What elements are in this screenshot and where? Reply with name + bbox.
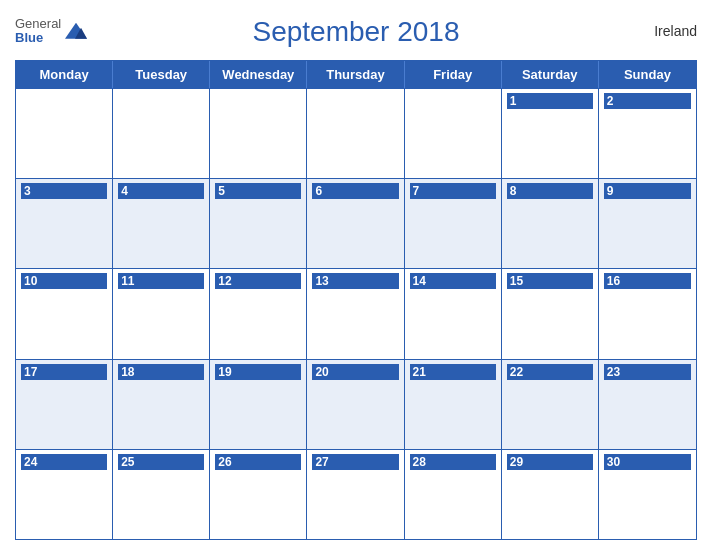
day-cell: 22 — [502, 360, 599, 449]
calendar-weeks: 1234567891011121314151617181920212223242… — [16, 88, 696, 539]
logo-general: General — [15, 17, 61, 31]
day-number: 7 — [410, 183, 496, 199]
day-cell: 12 — [210, 269, 307, 358]
day-cell: 16 — [599, 269, 696, 358]
day-number: 10 — [21, 273, 107, 289]
day-cell: 9 — [599, 179, 696, 268]
day-number: 26 — [215, 454, 301, 470]
day-number: 29 — [507, 454, 593, 470]
day-number: 27 — [312, 454, 398, 470]
day-cell: 30 — [599, 450, 696, 539]
day-header-monday: Monday — [16, 61, 113, 88]
day-headers-row: MondayTuesdayWednesdayThursdayFridaySatu… — [16, 61, 696, 88]
day-number: 19 — [215, 364, 301, 380]
day-number: 6 — [312, 183, 398, 199]
day-cell: 24 — [16, 450, 113, 539]
week-row-1: 12 — [16, 88, 696, 178]
day-number: 3 — [21, 183, 107, 199]
day-number: 8 — [507, 183, 593, 199]
day-cell: 21 — [405, 360, 502, 449]
day-cell: 26 — [210, 450, 307, 539]
day-cell: 2 — [599, 89, 696, 178]
day-number: 4 — [118, 183, 204, 199]
day-header-thursday: Thursday — [307, 61, 404, 88]
logo-mountain-icon — [65, 22, 87, 40]
day-number: 20 — [312, 364, 398, 380]
day-header-wednesday: Wednesday — [210, 61, 307, 88]
week-row-5: 24252627282930 — [16, 449, 696, 539]
day-number: 12 — [215, 273, 301, 289]
day-cell — [307, 89, 404, 178]
day-header-friday: Friday — [405, 61, 502, 88]
day-cell: 23 — [599, 360, 696, 449]
logo: General Blue — [15, 17, 87, 46]
day-cell: 8 — [502, 179, 599, 268]
day-number: 16 — [604, 273, 691, 289]
day-number: 30 — [604, 454, 691, 470]
day-number: 18 — [118, 364, 204, 380]
day-cell: 3 — [16, 179, 113, 268]
day-cell: 28 — [405, 450, 502, 539]
day-number: 15 — [507, 273, 593, 289]
day-cell: 20 — [307, 360, 404, 449]
day-cell: 10 — [16, 269, 113, 358]
day-cell: 7 — [405, 179, 502, 268]
day-cell: 19 — [210, 360, 307, 449]
day-number: 22 — [507, 364, 593, 380]
day-header-sunday: Sunday — [599, 61, 696, 88]
day-cell: 13 — [307, 269, 404, 358]
day-number: 1 — [507, 93, 593, 109]
day-number: 25 — [118, 454, 204, 470]
day-number: 5 — [215, 183, 301, 199]
day-cell: 17 — [16, 360, 113, 449]
day-cell: 11 — [113, 269, 210, 358]
calendar-header: General Blue September 2018 Ireland — [15, 10, 697, 52]
calendar-grid: MondayTuesdayWednesdayThursdayFridaySatu… — [15, 60, 697, 540]
day-cell: 25 — [113, 450, 210, 539]
day-number: 14 — [410, 273, 496, 289]
day-number: 11 — [118, 273, 204, 289]
day-cell: 4 — [113, 179, 210, 268]
day-cell — [210, 89, 307, 178]
day-cell — [113, 89, 210, 178]
day-header-saturday: Saturday — [502, 61, 599, 88]
day-number: 24 — [21, 454, 107, 470]
week-row-3: 10111213141516 — [16, 268, 696, 358]
day-number: 17 — [21, 364, 107, 380]
country-label: Ireland — [654, 23, 697, 39]
day-cell: 29 — [502, 450, 599, 539]
day-cell: 5 — [210, 179, 307, 268]
day-cell — [405, 89, 502, 178]
week-row-4: 17181920212223 — [16, 359, 696, 449]
day-number: 2 — [604, 93, 691, 109]
calendar-title: September 2018 — [252, 16, 459, 48]
day-cell: 15 — [502, 269, 599, 358]
week-row-2: 3456789 — [16, 178, 696, 268]
day-number: 9 — [604, 183, 691, 199]
day-number: 21 — [410, 364, 496, 380]
day-number: 28 — [410, 454, 496, 470]
day-cell: 18 — [113, 360, 210, 449]
day-cell: 14 — [405, 269, 502, 358]
day-cell — [16, 89, 113, 178]
logo-blue: Blue — [15, 31, 61, 45]
day-number: 23 — [604, 364, 691, 380]
day-cell: 1 — [502, 89, 599, 178]
day-cell: 27 — [307, 450, 404, 539]
day-header-tuesday: Tuesday — [113, 61, 210, 88]
day-number: 13 — [312, 273, 398, 289]
day-cell: 6 — [307, 179, 404, 268]
